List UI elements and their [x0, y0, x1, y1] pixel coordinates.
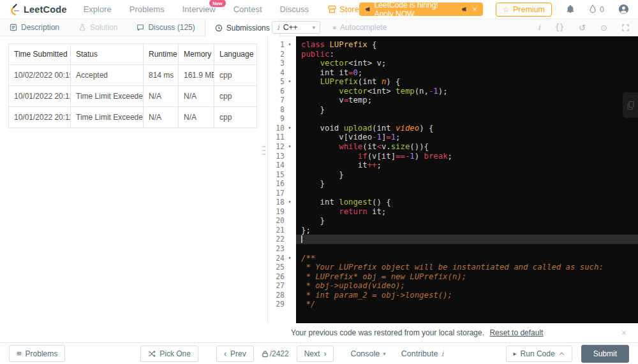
tab-description[interactable]: Description [0, 19, 69, 36]
cell-status[interactable]: Accepted [71, 65, 144, 86]
nav-item-store[interactable]: Store [328, 4, 359, 14]
code-line[interactable]: vector<int> temp(n,-1); [296, 87, 638, 96]
fold-arrow-icon[interactable] [285, 300, 295, 309]
code-line[interactable]: /** [296, 254, 638, 263]
fold-arrow-icon[interactable]: ▾ [285, 142, 295, 152]
language-select[interactable]: i C++ ▾ [272, 21, 320, 34]
code-line[interactable]: } [296, 179, 638, 189]
code-line[interactable]: v[video-1]=1; [296, 133, 638, 142]
code-line[interactable]: * Your LUPrefix object will be instantia… [296, 263, 638, 272]
code-line[interactable]: class LUPrefix { [296, 40, 638, 50]
daily-streak[interactable]: 0 [589, 4, 604, 14]
pick-one-button[interactable]: Pick One [140, 346, 198, 362]
line-number[interactable]: 20 [268, 216, 296, 226]
fold-arrow-icon[interactable] [285, 170, 295, 180]
nav-item-interview[interactable]: InterviewNew [182, 4, 216, 14]
reset-icon[interactable]: ↺ [579, 23, 586, 33]
table-row[interactable]: 10/01/2022 20:12Time Limit ExceededN/AN/… [9, 86, 257, 107]
code-line[interactable]: return it; [296, 207, 638, 217]
line-number[interactable]: 14 [268, 161, 296, 170]
fold-arrow-icon[interactable] [285, 68, 295, 78]
line-number[interactable]: 13 [268, 152, 296, 161]
problems-button[interactable]: ≡ Problems [9, 345, 65, 362]
code-line[interactable]: } [296, 216, 638, 226]
fold-arrow-icon[interactable] [285, 244, 295, 254]
line-number[interactable]: 10▾ [268, 124, 296, 133]
fold-arrow-icon[interactable] [285, 189, 295, 198]
line-number[interactable]: 24▾ [268, 254, 296, 263]
code-line[interactable]: }; [296, 226, 638, 235]
brackets-icon[interactable]: {} [555, 23, 564, 32]
leetcode-logo[interactable]: LeetCode [9, 3, 67, 15]
run-code-button[interactable]: ▸ Run Code [506, 346, 572, 362]
notice-close-icon[interactable]: × [621, 328, 627, 338]
settings-icon[interactable]: ⊙ [600, 23, 607, 33]
line-number[interactable]: 15 [268, 170, 296, 180]
fold-arrow-icon[interactable]: ▾ [285, 40, 295, 50]
fold-arrow-icon[interactable] [285, 59, 295, 68]
code-line[interactable]: while(it<v.size()){ [296, 142, 638, 152]
line-number[interactable]: 3 [268, 59, 296, 68]
fold-arrow-icon[interactable] [285, 50, 295, 59]
code-line[interactable]: * int param_2 = obj->longest(); [296, 291, 638, 300]
fold-arrow-icon[interactable] [285, 161, 295, 170]
tab-solution[interactable]: Solution [69, 19, 127, 36]
premium-button[interactable]: ☆ Premium [496, 3, 552, 17]
line-number[interactable]: 9 [268, 114, 296, 124]
fold-arrow-icon[interactable]: ▾ [285, 124, 295, 133]
code-line[interactable]: v=temp; [296, 96, 638, 105]
code-line[interactable]: int longest() { [296, 198, 638, 207]
line-number[interactable]: 8 [268, 105, 296, 115]
code-editor[interactable]: 1▾2345▾678910▾1112▾131415161718▾19202122… [268, 36, 638, 323]
line-number[interactable]: 16 [268, 179, 296, 189]
line-number[interactable]: 19 [268, 207, 296, 217]
fullscreen-icon[interactable] [622, 24, 629, 31]
code-line[interactable]: it++; [296, 161, 638, 170]
cell-status[interactable]: Time Limit Exceeded [71, 107, 144, 128]
line-number[interactable]: 27 [268, 281, 296, 291]
code-line[interactable]: void upload(int video) { [296, 124, 638, 133]
code-line[interactable]: * obj->upload(video); [296, 281, 638, 291]
fold-arrow-icon[interactable] [285, 226, 295, 235]
line-number[interactable]: 2 [268, 50, 296, 59]
nav-item-problems[interactable]: Problems [130, 4, 165, 14]
line-number[interactable]: 18▾ [268, 198, 296, 207]
fold-arrow-icon[interactable] [285, 291, 295, 300]
code-area[interactable]: class LUPrefix {public: vector<int> v; i… [296, 36, 638, 323]
console-toggle[interactable]: Console ▾ [350, 349, 385, 358]
fold-arrow-icon[interactable] [285, 179, 295, 189]
code-line[interactable] [296, 244, 638, 254]
panel-resize-handle[interactable] [262, 146, 265, 155]
line-number[interactable]: 28 [268, 291, 296, 300]
code-line[interactable]: public: [296, 50, 638, 59]
code-line[interactable] [296, 114, 638, 124]
fold-arrow-icon[interactable]: ▾ [285, 254, 295, 263]
nav-item-explore[interactable]: Explore [84, 4, 112, 14]
line-number[interactable]: 5▾ [268, 77, 296, 87]
autocomplete-indicator[interactable]: Autocomplete [333, 23, 387, 32]
info-icon[interactable]: i [538, 23, 540, 32]
tab-discuss[interactable]: Discuss (125) [127, 19, 204, 36]
line-number[interactable]: 21 [268, 226, 296, 235]
line-number[interactable]: 25 [268, 263, 296, 272]
fold-arrow-icon[interactable] [285, 114, 295, 124]
fold-arrow-icon[interactable] [285, 105, 295, 115]
code-line[interactable]: */ [296, 300, 638, 309]
banner-close-icon[interactable]: × [472, 4, 477, 14]
prev-button[interactable]: ‹ Prev [216, 346, 254, 362]
cell-status[interactable]: Time Limit Exceeded [71, 86, 144, 107]
line-number[interactable]: 17 [268, 189, 296, 198]
line-number[interactable]: 26 [268, 272, 296, 282]
code-line[interactable]: LUPrefix(int n) { [296, 77, 638, 87]
fold-arrow-icon[interactable] [285, 272, 295, 282]
contribute-link[interactable]: Contribute i [401, 349, 444, 358]
line-number[interactable]: 6 [268, 87, 296, 96]
line-number[interactable]: 7 [268, 96, 296, 105]
hiring-banner[interactable]: LeetCode is hiring! Apply NOW. × [359, 3, 483, 16]
reset-to-default-link[interactable]: Reset to default [489, 328, 543, 337]
line-number[interactable]: 12▾ [268, 142, 296, 152]
notifications-bell-icon[interactable] [566, 4, 575, 14]
table-row[interactable]: 10/01/2022 20:11Time Limit ExceededN/AN/… [9, 107, 257, 128]
fold-arrow-icon[interactable] [285, 281, 295, 291]
code-line[interactable]: } [296, 170, 638, 180]
